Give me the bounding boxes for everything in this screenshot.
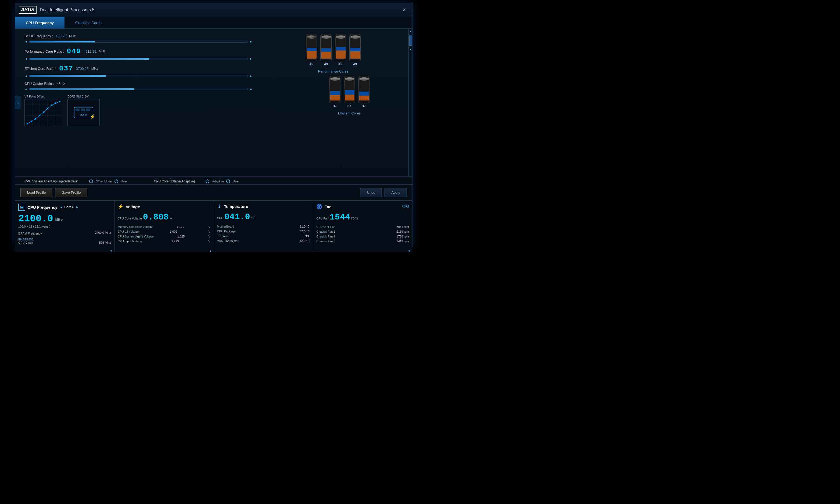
settings-icon[interactable]: ⚙⚙ [402, 204, 410, 209]
svg-point-38 [336, 35, 345, 39]
scroll-up-arrow[interactable]: ▲ [408, 29, 413, 34]
bclk-right-arrow[interactable]: ► [249, 40, 253, 43]
tab-graphics-cards[interactable]: Graphics Cards [65, 17, 112, 29]
bclk-unit: MHz [69, 34, 76, 38]
undo-button[interactable]: Undo [360, 188, 382, 197]
main-fan-row: CPU Fan 1544 rpm [316, 212, 409, 222]
perf-cores-row: 49 49 [306, 34, 361, 66]
gpu-clock-row: GPU Clock 595 MHz [18, 241, 111, 244]
gpu-info: ENGTS450 GPU Clock 595 MHz [18, 238, 111, 244]
volt-label-2: CPU L2 Voltage [118, 230, 139, 233]
user-radio-left[interactable] [114, 179, 118, 183]
ddr5-box: DDR5 PMIC OV DDR5 ⚡ [68, 95, 100, 126]
cpu-status-icon-box: ▣ [18, 204, 25, 211]
svg-rect-42 [351, 51, 360, 58]
tab-cpu-frequency[interactable]: CPU Frequency [15, 17, 65, 29]
fan-status-title: Fan [324, 204, 332, 209]
volt-row-3: CPU System Agent Voltage 1.025 V [118, 234, 210, 239]
eff-left-arrow[interactable]: ◄ [24, 74, 28, 78]
vf-chart[interactable] [24, 99, 62, 126]
core-label: Core 0 [65, 205, 74, 209]
volt-unit-3: V [208, 235, 210, 238]
cpu-sys-agent-label: CPU System Agent Voltage(Adaptive) [24, 179, 78, 183]
bclk-slider-track[interactable] [29, 40, 248, 43]
adaptive-radio[interactable] [205, 179, 209, 183]
vf-point-box: VF Point Offset: [24, 95, 62, 126]
save-profile-button[interactable]: Save Profile [55, 188, 87, 197]
user-radio-right[interactable] [226, 179, 230, 183]
offset-mode-radio[interactable] [89, 179, 93, 183]
volt-row-4: CPU Input Voltage 1.793 V [118, 239, 210, 244]
perf-left-arrow[interactable]: ◄ [24, 57, 28, 61]
cache-slider[interactable] [29, 88, 248, 90]
cpu-freq-status: ▣ CPU Frequency ◄ Core 0 ► 2100.0 MHz 10… [15, 201, 114, 252]
cpu-controls-panel: BCLK Frequency : 100.25 MHz ◄ ► Performa… [15, 29, 258, 177]
svg-point-14 [47, 108, 48, 109]
fan-status-header: 🌀 Fan [316, 204, 409, 210]
eff-cores-row: 37 37 [329, 76, 370, 108]
eff-cylinder-37-2: 37 [344, 76, 355, 108]
dram-row: DRAM Frequency 2400.0 MHz [18, 230, 111, 235]
perf-right-arrow[interactable]: ► [249, 57, 253, 61]
eff-core-slider[interactable] [29, 75, 248, 77]
perf-core-unit: MHz [99, 50, 106, 53]
perf-core-section: Performance Core Ratio : 049 4912.25 MHz… [24, 47, 253, 61]
volt-scroll-indicator[interactable]: ▼ [209, 250, 212, 252]
temp-status-title: Temperature [224, 204, 248, 209]
svg-rect-47 [330, 95, 340, 101]
volt-label-4: CPU Input Voltage [118, 240, 142, 243]
load-profile-button[interactable]: Load Profile [20, 188, 52, 197]
ddr5-icon[interactable]: DDR5 ⚡ [68, 99, 100, 126]
temp-status-header: 🌡 Temperature [217, 204, 310, 209]
volt-value-1: 1.119 [177, 225, 184, 228]
cylinder-49-3: 49 [335, 34, 346, 66]
right-radio-group: Adaptive User [205, 179, 239, 183]
fan-scroll-indicator[interactable]: ▼ [408, 250, 411, 252]
fan-row-3: Chassis Fan 2 1788 rpm [316, 234, 409, 239]
core-left-arrow[interactable]: ◄ [60, 205, 63, 209]
perf-core-fill [30, 58, 149, 60]
bclk-left-arrow[interactable]: ◄ [24, 40, 28, 43]
cache-unit: X [63, 82, 65, 86]
volt-label-3: CPU System Agent Voltage [118, 235, 154, 238]
cpu-status-header: ▣ CPU Frequency ◄ Core 0 ► [18, 204, 111, 211]
temp-value-2: 47.0 °C [300, 230, 309, 233]
cache-fill [30, 88, 134, 90]
scroll-down-arrow[interactable]: ▼ [408, 47, 413, 52]
main-temp-row: CPU 041.0 °C [217, 212, 310, 222]
eff-cylinder-body-2 [344, 76, 355, 103]
gpu-clock-label: GPU Clock [18, 241, 33, 244]
temp-value-4: 43.0 °C [300, 239, 309, 242]
eff-cores-group: 37 37 [293, 76, 406, 115]
offset-mode-label: Offset Mode [96, 180, 112, 183]
cylinder-49-2: 49 [320, 34, 332, 66]
title-bar: ASUS Dual Intelligent Processors 5 ✕ [15, 3, 412, 17]
cyl-label-49-4: 49 [353, 62, 357, 66]
perf-core-slider[interactable] [29, 58, 248, 60]
svg-point-16 [55, 102, 56, 104]
cache-left-arrow[interactable]: ◄ [24, 87, 28, 91]
close-button[interactable]: ✕ [400, 6, 408, 14]
cache-right-arrow[interactable]: ► [249, 87, 253, 91]
fan-icon: 🌀 [316, 204, 322, 210]
vf-label: VF Point Offset: [24, 95, 62, 98]
cache-section: CPU Cache Ratio : 45 X ◄ ► [24, 82, 253, 91]
main-scrollbar[interactable]: ▲ ▼ [408, 29, 412, 177]
eff-cylinder-37-3: 37 [358, 76, 370, 108]
scroll-indicator[interactable]: ▼ [110, 250, 112, 252]
apply-button[interactable]: Apply [385, 188, 407, 197]
fan-label-1: CPU OPT Fan [316, 225, 335, 228]
cyl-label-49-2: 49 [324, 62, 328, 66]
eff-core-value: 3709.25 [76, 67, 89, 71]
temp-row-4: VRM Thermistor 43.0 °C [217, 238, 310, 244]
eff-core-label: Efficient Core Ratio : [24, 67, 56, 71]
temp-row-2: CPU Package 47.0 °C [217, 229, 310, 234]
eff-right-arrow[interactable]: ► [249, 74, 253, 78]
core-right-arrow[interactable]: ► [76, 205, 79, 209]
sidebar-toggle[interactable]: ≡ [15, 96, 20, 109]
perf-cores-label: Performance Cores [318, 69, 348, 73]
gpu-name: ENGTS450 [18, 238, 111, 241]
cpu-freq-value: 2100.0 [18, 213, 53, 224]
eff-core-fill [30, 75, 106, 77]
scroll-thumb[interactable] [409, 35, 412, 46]
